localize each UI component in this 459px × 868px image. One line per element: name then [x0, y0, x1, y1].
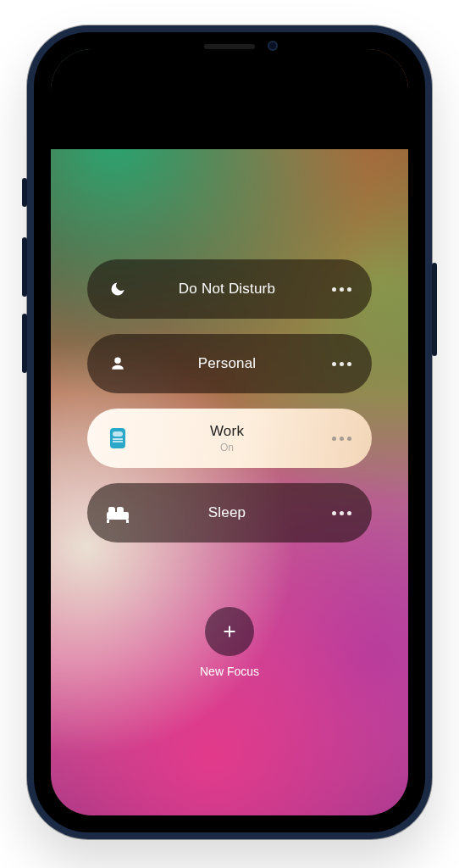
person-icon	[106, 355, 130, 372]
mute-switch[interactable]	[22, 178, 27, 207]
more-button[interactable]	[329, 437, 353, 441]
notch	[141, 32, 318, 61]
more-button[interactable]	[329, 362, 353, 366]
volume-down-button[interactable]	[22, 314, 27, 373]
focus-mode-status: On	[130, 442, 324, 453]
focus-mode-label: Do Not Disturb	[130, 281, 324, 298]
new-focus: New Focus	[200, 607, 259, 678]
moon-icon	[106, 281, 130, 298]
focus-mode-label: Personal	[130, 355, 324, 372]
more-button[interactable]	[329, 511, 353, 515]
status-bar-area	[51, 49, 408, 149]
volume-up-button[interactable]	[22, 237, 27, 297]
plus-icon	[220, 622, 239, 641]
screen: Do Not Disturb Personal	[51, 49, 408, 815]
bed-icon	[106, 506, 130, 520]
new-focus-button[interactable]	[205, 607, 254, 656]
focus-mode-label: Sleep	[130, 504, 324, 521]
focus-mode-label: Work	[130, 423, 324, 440]
phone-frame: Do Not Disturb Personal	[27, 25, 432, 839]
badge-icon	[106, 428, 130, 448]
focus-panel: Do Not Disturb Personal	[51, 149, 408, 815]
new-focus-label: New Focus	[200, 665, 259, 678]
more-button[interactable]	[329, 287, 353, 292]
focus-mode-personal[interactable]: Personal	[87, 334, 372, 393]
focus-mode-sleep[interactable]: Sleep	[87, 483, 372, 542]
power-button[interactable]	[432, 263, 437, 356]
focus-mode-work[interactable]: Work On	[87, 409, 372, 468]
phone-bezel: Do Not Disturb Personal	[34, 32, 425, 832]
focus-mode-do-not-disturb[interactable]: Do Not Disturb	[87, 259, 372, 319]
front-camera	[268, 41, 278, 51]
speaker-grille	[204, 44, 255, 49]
